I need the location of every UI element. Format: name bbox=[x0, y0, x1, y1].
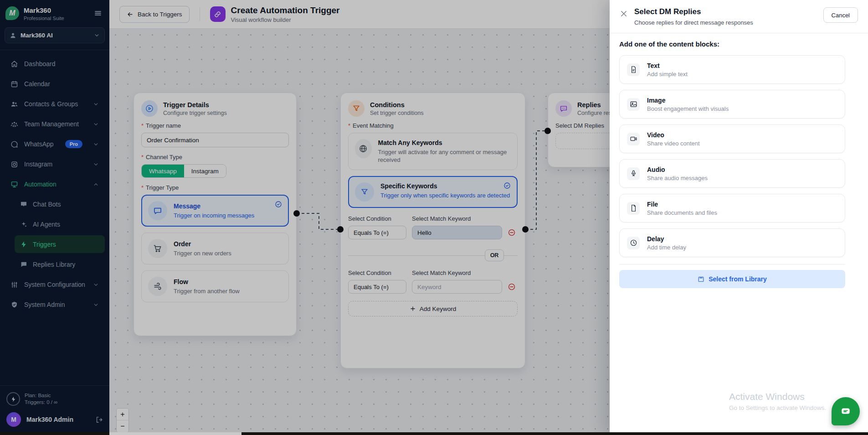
block-title: Audio bbox=[647, 166, 708, 173]
block-title: Delay bbox=[647, 235, 686, 243]
horizontal-scrollbar-thumb[interactable] bbox=[109, 432, 241, 435]
library-icon bbox=[698, 276, 704, 283]
chat-widget-button[interactable] bbox=[832, 397, 860, 425]
panel-title: Select DM Replies bbox=[634, 7, 753, 16]
file-icon bbox=[627, 202, 640, 215]
select-from-library-button[interactable]: Select from Library bbox=[619, 270, 845, 288]
select-dm-replies-panel: Select DM Replies Choose replies for dir… bbox=[610, 0, 868, 435]
chat-bubble-icon bbox=[840, 405, 852, 417]
delay-icon bbox=[627, 237, 640, 249]
block-desc: Add time delay bbox=[647, 244, 686, 251]
panel-header: Select DM Replies Choose replies for dir… bbox=[610, 0, 868, 33]
audio-icon bbox=[627, 167, 640, 180]
panel-divider bbox=[619, 264, 845, 264]
content-block-file[interactable]: File Share documents and files bbox=[619, 194, 845, 223]
block-title: Video bbox=[647, 131, 700, 139]
library-label: Select from Library bbox=[709, 275, 767, 283]
close-icon[interactable] bbox=[620, 10, 628, 18]
content-block-delay[interactable]: Delay Add time delay bbox=[619, 228, 845, 257]
content-block-image[interactable]: Image Boost engagement with visuals bbox=[619, 90, 845, 119]
content-block-audio[interactable]: Audio Share audio messages bbox=[619, 159, 845, 188]
panel-body: Add one of the content blocks: Text Add … bbox=[610, 33, 868, 288]
block-desc: Add simple text bbox=[647, 71, 688, 78]
block-desc: Boost engagement with visuals bbox=[647, 105, 729, 112]
block-desc: Share video content bbox=[647, 140, 700, 147]
video-icon bbox=[627, 133, 640, 145]
content-blocks-heading: Add one of the content blocks: bbox=[619, 40, 845, 48]
text-icon bbox=[627, 63, 640, 76]
block-title: Image bbox=[647, 97, 729, 104]
block-title: File bbox=[647, 201, 717, 208]
block-desc: Share documents and files bbox=[647, 209, 717, 216]
panel-subtitle: Choose replies for direct message respon… bbox=[634, 19, 753, 26]
block-title: Text bbox=[647, 62, 688, 69]
modal-dim-overlay[interactable] bbox=[0, 0, 610, 435]
content-block-text[interactable]: Text Add simple text bbox=[619, 55, 845, 84]
content-block-video[interactable]: Video Share video content bbox=[619, 124, 845, 153]
block-desc: Share audio messages bbox=[647, 175, 708, 181]
image-icon bbox=[627, 98, 640, 111]
cancel-button[interactable]: Cancel bbox=[823, 7, 858, 23]
horizontal-scrollbar bbox=[0, 432, 868, 435]
